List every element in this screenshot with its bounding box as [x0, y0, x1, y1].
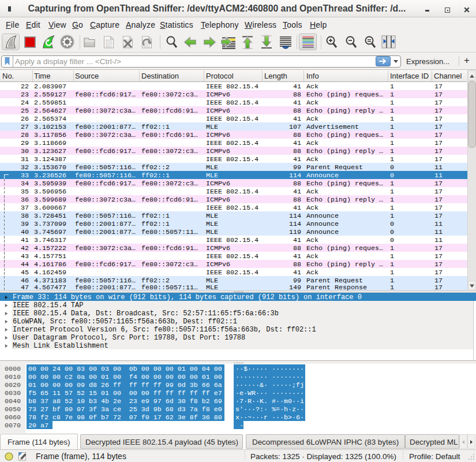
svg-text:0011: 0011: [144, 45, 150, 48]
svg-text:0011: 0011: [106, 45, 112, 48]
